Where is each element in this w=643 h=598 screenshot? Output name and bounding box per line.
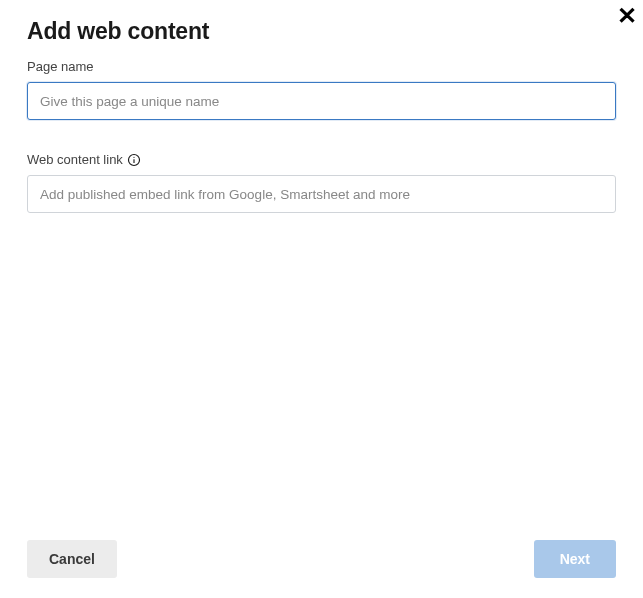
info-icon[interactable] <box>127 153 141 167</box>
page-name-input[interactable] <box>27 82 616 120</box>
page-name-label: Page name <box>27 59 616 74</box>
dialog-footer: Cancel Next <box>27 530 616 578</box>
web-content-link-label: Web content link <box>27 152 616 167</box>
web-content-link-field-group: Web content link <box>27 152 616 213</box>
dialog-title: Add web content <box>27 18 616 45</box>
cancel-button[interactable]: Cancel <box>27 540 117 578</box>
web-content-link-label-text: Web content link <box>27 152 123 167</box>
page-name-field-group: Page name <box>27 59 616 120</box>
web-content-link-input[interactable] <box>27 175 616 213</box>
next-button[interactable]: Next <box>534 540 616 578</box>
close-icon[interactable]: ✕ <box>617 4 637 28</box>
svg-point-1 <box>133 156 134 157</box>
